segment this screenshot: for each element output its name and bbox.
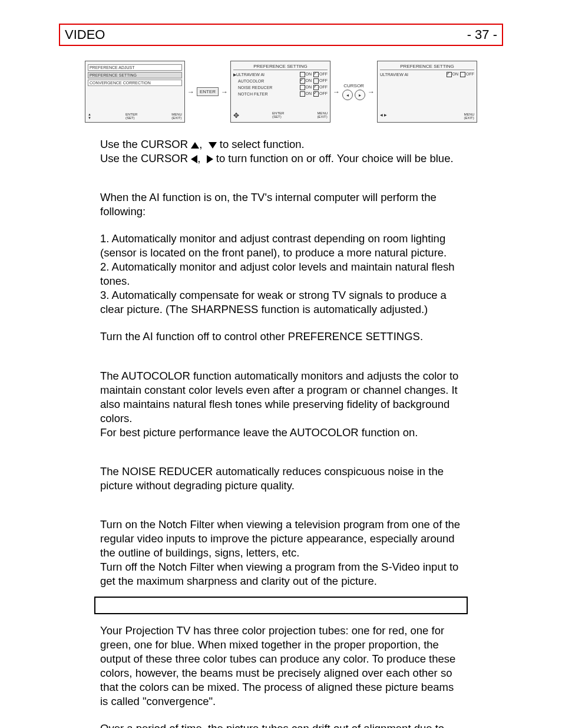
screen-title: PREFERENCE SETTING	[380, 64, 474, 70]
crosshair-icon: ✥	[233, 111, 239, 120]
footer-menu: MENU(EXIT)	[464, 113, 474, 120]
pref-row: ▶ULTRAVIEW AIONOFF	[233, 72, 328, 77]
cursor-graphic: CURSOR ◂ ▸	[342, 83, 365, 100]
footer-updown-icon: ▲▼	[88, 113, 91, 120]
notch-filter-text-a: Turn on the Notch Filter when viewing a …	[100, 518, 462, 560]
cursor-up-icon	[191, 142, 199, 149]
row-label: ULTRAVIEW AI	[236, 73, 300, 77]
footer-lr-icon: ◀ ▶	[380, 113, 387, 120]
ai-off-note: Turn the AI function off to control othe…	[100, 330, 462, 344]
cursor-right-icon	[207, 155, 213, 163]
menu-item-selected: PREFERENCE SETTING	[88, 72, 182, 78]
row-label: ULTRAVIEW AI	[380, 73, 447, 77]
row-label: NOISE REDUCER	[238, 85, 300, 90]
arrow-right-icon: →	[333, 88, 340, 96]
pref-row: AUTOCOLORONOFF	[233, 78, 328, 84]
footer-menu: MENU(EXIT)	[317, 111, 328, 120]
ai-intro-text: When the AI function is on, the TV's int…	[100, 190, 462, 219]
enter-button-graphic: ENTER	[197, 87, 219, 96]
arrow-right-icon: →	[368, 88, 375, 96]
arrow-right-icon: →	[221, 88, 228, 96]
cursor-instruction-updown: Use the CURSOR , to select function.	[100, 137, 462, 151]
cursor-label: CURSOR	[343, 83, 364, 88]
notch-filter-text-b: Turn off the Notch Filter when viewing a…	[100, 560, 462, 588]
noise-reducer-text: The NOISE REDUCER automatically reduces …	[100, 465, 462, 493]
screen-footer: ▲▼ ENTER(SET) MENU(EXIT)	[88, 113, 182, 120]
page: VIDEO - 37 - PREFERENCE ADJUST PREFERENC…	[0, 0, 562, 728]
footer-menu: MENU(EXIT)	[171, 113, 182, 120]
row-label: NOTCH FILTER	[238, 92, 300, 96]
footer-enter: ENTER(SET)	[272, 111, 284, 120]
diagram-screen-1: PREFERENCE ADJUST PREFERENCE SETTING CON…	[85, 61, 185, 123]
page-header: VIDEO - 37 -	[59, 24, 503, 46]
diagram-screen-3: PREFERENCE SETTING ULTRAVIEW AIONOFF ◀ ▶…	[377, 61, 477, 123]
cursor-instruction-leftright: Use the CURSOR , to turn function on or …	[100, 151, 462, 166]
screen-footer: ✥ ENTER(SET) MENU(EXIT)	[233, 111, 328, 120]
menu-diagram: PREFERENCE ADJUST PREFERENCE SETTING CON…	[59, 61, 503, 123]
ai-item-3: 3. Automatically compensate for weak or …	[100, 288, 462, 317]
body-text-lower: Your Projection TV has three color proje…	[100, 624, 462, 728]
autocolor-text-a: The AUTOCOLOR function automatically mon…	[100, 369, 462, 426]
cursor-left-icon: ◂	[342, 90, 353, 100]
separator-box	[94, 597, 468, 614]
cursor-left-icon	[191, 155, 197, 163]
header-left: VIDEO	[65, 27, 105, 42]
diagram-screen-2: PREFERENCE SETTING ▶ULTRAVIEW AIONOFF AU…	[230, 61, 330, 123]
screen-title: PREFERENCE SETTING	[233, 64, 328, 70]
convergence-text: Your Projection TV has three color proje…	[100, 624, 462, 709]
autocolor-text-b: For best picture performance leave the A…	[100, 426, 462, 440]
ai-item-2: 2. Automatically monitor and adjust colo…	[100, 260, 462, 288]
screen-footer: ◀ ▶ MENU(EXIT)	[380, 113, 474, 120]
arrow-right-icon: →	[187, 88, 194, 96]
cursor-right-icon: ▸	[355, 90, 365, 100]
body-text: Use the CURSOR , to select function. Use…	[100, 137, 462, 588]
pref-row: NOTCH FILTERONOFF	[233, 91, 328, 97]
drift-text: Over a period of time, the picture tubes…	[100, 722, 462, 728]
ai-item-1: 1. Automatically monitor and adjust cont…	[100, 232, 462, 260]
header-right: - 37 -	[467, 27, 497, 42]
pref-row: ULTRAVIEW AIONOFF	[380, 72, 474, 77]
row-label: AUTOCOLOR	[238, 79, 300, 83]
cursor-down-icon	[209, 142, 217, 149]
footer-enter: ENTER(SET)	[125, 113, 137, 120]
menu-item: PREFERENCE ADJUST	[88, 64, 182, 71]
menu-item: CONVERGENCE CORRECTION	[88, 80, 182, 86]
pref-row: NOISE REDUCERONOFF	[233, 85, 328, 90]
